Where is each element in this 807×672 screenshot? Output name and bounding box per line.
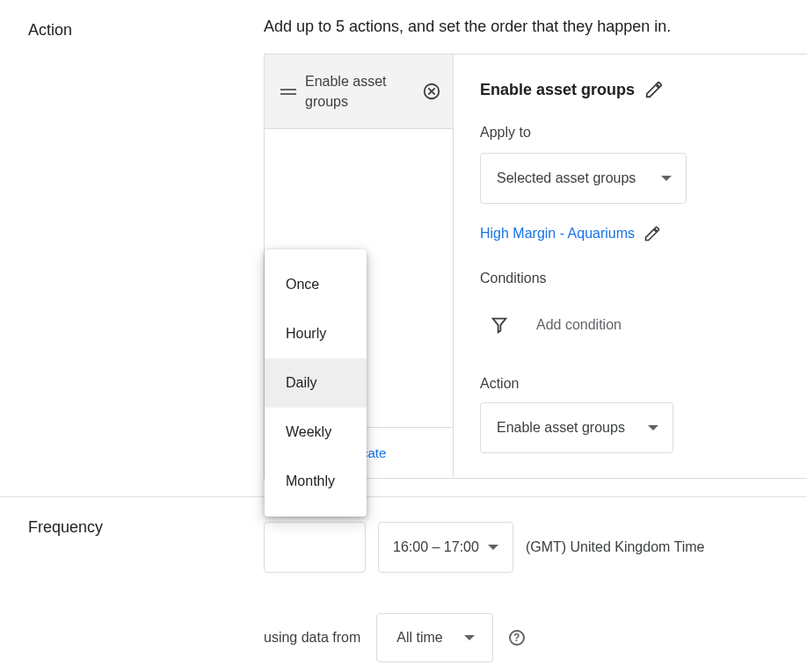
frequency-select-placeholder[interactable]	[264, 522, 366, 573]
chevron-down-icon	[661, 176, 672, 181]
frequency-menu-item[interactable]: Hourly	[265, 309, 367, 358]
timezone-text: (GMT) United Kingdom Time	[526, 539, 705, 555]
edit-asset-pencil-icon[interactable]	[642, 223, 663, 244]
action-sub-label: Action	[480, 376, 782, 392]
frequency-section: Frequency 16:00 – 17:00 (GMT) United Kin…	[0, 497, 807, 672]
data-from-row: using data from All time ?	[264, 613, 807, 662]
using-data-label: using data from	[264, 630, 360, 646]
chevron-down-icon	[464, 635, 475, 640]
time-range-select[interactable]: 16:00 – 17:00	[378, 522, 513, 573]
action-heading: Action	[0, 0, 264, 61]
action-tab-label: Enable asset groups	[305, 71, 412, 112]
funnel-icon	[489, 314, 510, 336]
action-tab[interactable]: Enable asset groups	[265, 54, 453, 129]
action-description: Add up to 5 actions, and set the order t…	[264, 18, 807, 36]
asset-group-link[interactable]: High Margin - Aquariums	[480, 226, 635, 242]
time-range-value: 16:00 – 17:00	[393, 539, 479, 555]
conditions-label: Conditions	[480, 271, 782, 286]
apply-to-value: Selected asset groups	[497, 170, 636, 186]
apply-to-select[interactable]: Selected asset groups	[480, 153, 687, 204]
frequency-menu-item[interactable]: Weekly	[265, 408, 367, 457]
action-select[interactable]: Enable asset groups	[480, 402, 673, 453]
add-condition-button[interactable]: Add condition	[536, 317, 622, 333]
help-icon[interactable]: ?	[509, 630, 525, 646]
frequency-menu-item[interactable]: Daily	[265, 358, 367, 408]
data-window-value: All time	[396, 630, 442, 646]
drag-handle-icon[interactable]	[280, 85, 296, 98]
frequency-menu-item[interactable]: Once	[265, 260, 367, 309]
frequency-menu-item[interactable]: Monthly	[265, 457, 367, 506]
close-icon[interactable]	[421, 81, 442, 102]
frequency-heading: Frequency	[0, 497, 264, 558]
chevron-down-icon	[648, 425, 658, 430]
edit-title-pencil-icon[interactable]	[643, 79, 665, 100]
chevron-down-icon	[488, 545, 498, 550]
data-window-select[interactable]: All time	[376, 613, 492, 662]
apply-to-label: Apply to	[480, 125, 782, 141]
frequency-menu: OnceHourlyDailyWeeklyMonthly	[265, 249, 367, 517]
action-detail-column: Enable asset groups Apply to Selected as…	[454, 54, 807, 478]
detail-title: Enable asset groups	[480, 81, 635, 99]
action-section: Action Add up to 5 actions, and set the …	[0, 0, 807, 496]
frequency-controls: 16:00 – 17:00 (GMT) United Kingdom Time …	[264, 522, 807, 573]
action-value: Enable asset groups	[497, 420, 625, 436]
